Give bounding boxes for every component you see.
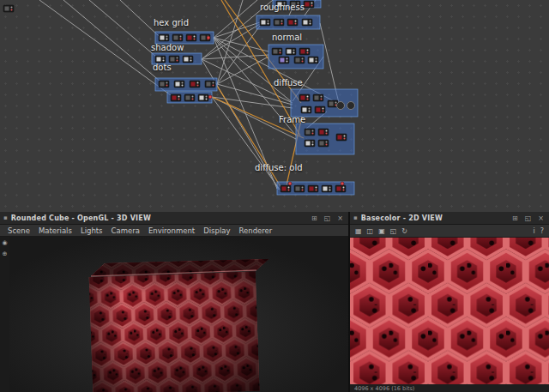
menu-display[interactable]: Display <box>199 226 234 235</box>
menu-lights[interactable]: Lights <box>76 226 107 235</box>
float-icon[interactable]: ◱ <box>323 214 333 222</box>
panel-2d-header[interactable]: ▪ Basecolor - 2D VIEW ⊞ ◱ × <box>350 212 549 225</box>
stray-node[interactable] <box>3 5 14 12</box>
node-cluster-diffuse[interactable] <box>291 89 358 117</box>
menu-scene[interactable]: Scene <box>3 226 34 235</box>
bottom-dock: ▪ Rounded Cube - OpenGL - 3D VIEW ⊞ ◱ × … <box>0 212 549 392</box>
panel-3d-title: Rounded Cube - OpenGL - 3D VIEW <box>11 214 306 222</box>
view2d-toolbar: ▦ ◫ ▣ ◱ ↻ i ? <box>350 225 549 238</box>
info-icon[interactable]: i <box>533 227 536 235</box>
menu-camera[interactable]: Camera <box>107 226 144 235</box>
basecolor-texture <box>350 238 549 384</box>
menu-environment[interactable]: Environment <box>144 226 199 235</box>
dock-icon[interactable]: ⊞ <box>310 214 319 222</box>
panel-icon: ▪ <box>353 214 358 221</box>
dock-icon[interactable]: ⊞ <box>510 214 520 222</box>
panel-3d-header[interactable]: ▪ Rounded Cube - OpenGL - 3D VIEW ⊞ ◱ × <box>0 212 348 225</box>
pivot-icon[interactable]: ⊕ <box>3 250 8 257</box>
fit-icon[interactable]: ◱ <box>389 227 398 235</box>
node-cluster-diffuse-old[interactable] <box>277 182 354 195</box>
cube-front-face <box>89 272 260 392</box>
panel-3d-view: ▪ Rounded Cube - OpenGL - 3D VIEW ⊞ ◱ × … <box>0 212 348 392</box>
node-cluster-dots[interactable] <box>155 78 217 103</box>
grid-icon[interactable]: ▦ <box>354 227 363 235</box>
viewport-3d-side-toolbar: ◉ ⊕ <box>0 237 9 392</box>
panel-icon: ▪ <box>3 214 8 221</box>
menu-renderer[interactable]: Renderer <box>235 226 277 235</box>
view3d-menubar: Scene Materials Lights Camera Environmen… <box>0 225 348 237</box>
substance-designer-window: hex grid shadow dots roughness normal di… <box>0 0 549 392</box>
menu-materials[interactable]: Materials <box>34 226 76 235</box>
camera-icon[interactable]: ◉ <box>2 239 7 246</box>
refresh-icon[interactable]: ↻ <box>401 227 408 235</box>
texture-resolution-label: 4096 x 4096 (16 bits) <box>354 385 414 392</box>
node-cluster-frame[interactable] <box>296 124 354 154</box>
viewport-3d[interactable]: ◉ ⊕ <box>0 237 348 392</box>
float-icon[interactable]: ◱ <box>523 214 534 222</box>
tiling-icon[interactable]: ▣ <box>377 227 386 235</box>
graph-canvas <box>0 0 549 212</box>
node-cluster-roughness-top[interactable] <box>273 0 321 8</box>
split-icon[interactable]: ◫ <box>366 227 375 235</box>
cube-render <box>0 237 348 392</box>
close-icon[interactable]: × <box>335 214 345 222</box>
node-cluster-hexgrid[interactable] <box>155 32 214 44</box>
node-cluster-normal[interactable] <box>268 45 323 69</box>
close-icon[interactable]: × <box>536 214 546 222</box>
graph-editor[interactable]: hex grid shadow dots roughness normal di… <box>0 0 549 212</box>
viewport-2d[interactable] <box>350 238 549 384</box>
node-cluster-roughness[interactable] <box>256 15 320 29</box>
panel-2d-title: Basecolor - 2D VIEW <box>361 214 507 222</box>
panel-2d-view: ▪ Basecolor - 2D VIEW ⊞ ◱ × ▦ ◫ ▣ ◱ ↻ i … <box>350 212 549 392</box>
help-icon[interactable]: ? <box>540 227 545 235</box>
view2d-statusbar: 4096 x 4096 (16 bits) <box>350 384 549 392</box>
node-cluster-shadow[interactable] <box>152 53 202 64</box>
